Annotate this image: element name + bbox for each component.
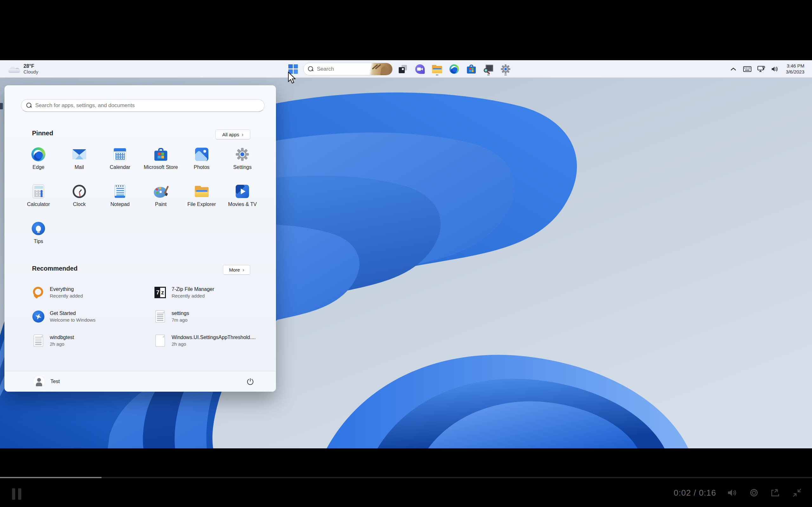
search-icon <box>26 103 32 108</box>
exit-fullscreen-button[interactable] <box>792 487 803 498</box>
orange-magnifier-icon <box>33 287 44 298</box>
recommended-item-everything[interactable]: Everything Recently added <box>24 280 146 304</box>
cloud-icon <box>8 65 20 73</box>
microsoft-store-button[interactable] <box>464 62 478 76</box>
pinned-app-calendar[interactable]: Calendar <box>100 143 141 180</box>
recommended-item-get-started[interactable]: Get Started Welcome to Windows <box>24 304 146 329</box>
pinned-app-notepad[interactable]: Notepad <box>100 180 141 217</box>
running-indicator <box>504 74 507 75</box>
settings-button[interactable] <box>499 62 513 76</box>
start-menu-user-bar: Test <box>5 371 275 391</box>
picture-in-picture-button[interactable] <box>770 487 781 498</box>
edge-button[interactable] <box>447 62 461 76</box>
microsoft-store-icon <box>467 65 476 73</box>
network-button[interactable] <box>756 63 767 75</box>
start-menu-search-input[interactable] <box>35 102 232 109</box>
pause-icon <box>12 488 15 500</box>
user-name[interactable]: Test <box>50 379 60 384</box>
calculator-icon <box>33 184 44 199</box>
edge-icon <box>32 147 45 161</box>
pinned-app-microsoft-store[interactable]: Microsoft Store <box>141 143 182 180</box>
recommended-item-windbgtest[interactable]: windbgtest 2h ago <box>24 329 146 353</box>
task-view-button[interactable] <box>396 62 410 76</box>
pause-button[interactable] <box>12 488 21 500</box>
tray-time: 3:46 PM <box>786 63 804 69</box>
text-document-icon <box>34 335 43 347</box>
power-button[interactable] <box>245 376 256 387</box>
more-label: More <box>229 267 240 273</box>
calendar-icon <box>113 148 126 161</box>
file-explorer-icon <box>432 65 442 73</box>
touch-keyboard-button[interactable] <box>742 63 753 75</box>
video-volume-button[interactable] <box>727 487 738 498</box>
video-progress-bar[interactable] <box>0 477 812 478</box>
gear-icon <box>749 488 759 498</box>
tray-chevron-button[interactable] <box>728 63 739 75</box>
taskbar-search-box[interactable] <box>303 63 393 75</box>
recommended-list: Everything Recently added 7 z 7-Zip File… <box>24 280 265 353</box>
pinned-app-settings[interactable]: Settings <box>222 143 263 180</box>
chat-button[interactable] <box>413 62 427 76</box>
more-button[interactable]: More › <box>223 265 250 275</box>
file-explorer-button[interactable] <box>430 62 444 76</box>
text-document-icon <box>155 311 165 323</box>
chevron-right-icon: › <box>242 268 244 273</box>
task-view-icon <box>399 65 407 73</box>
photos-icon <box>195 148 208 161</box>
weather-widget[interactable]: 28°F Cloudy <box>5 60 42 78</box>
pinned-app-tips[interactable]: Tips <box>18 217 59 254</box>
pinned-app-calculator[interactable]: Calculator <box>18 180 59 217</box>
pinned-app-file-explorer[interactable]: File Explorer <box>181 180 222 217</box>
edge-icon <box>450 64 459 74</box>
video-settings-button[interactable] <box>749 487 759 498</box>
pinned-apps-grid: Edge Mail Calendar Microsoft Store Photo <box>18 143 263 254</box>
video-player-stage: 28°F Cloudy <box>0 0 812 507</box>
7zip-icon: 7 z <box>154 287 166 298</box>
mouse-cursor <box>287 72 298 84</box>
shrink-icon <box>792 488 802 498</box>
tray-clock[interactable]: 3:46 PM 3/6/2023 <box>783 63 807 75</box>
recommended-item-7zip[interactable]: 7 z 7-Zip File Manager Recently added <box>146 280 267 304</box>
chevron-up-icon <box>730 67 736 71</box>
mail-icon <box>72 149 86 159</box>
pinned-app-mail[interactable]: Mail <box>59 143 100 180</box>
recommended-item-settings-file[interactable]: settings 7m ago <box>146 304 267 329</box>
debugger-tool-button[interactable] <box>481 62 496 76</box>
video-controls: 0:02 / 0:16 <box>674 487 803 498</box>
speaker-icon <box>771 66 779 72</box>
running-indicator <box>436 74 438 75</box>
magnifier-window-app-icon <box>484 65 493 73</box>
pinned-app-paint[interactable]: Paint <box>141 180 182 217</box>
recommended-section-title: Recommended <box>32 265 78 272</box>
microsoft-store-icon <box>154 148 167 161</box>
taskbar-search-input[interactable] <box>317 66 358 72</box>
pinned-app-movies-tv[interactable]: Movies & TV <box>222 180 263 217</box>
pinned-app-edge[interactable]: Edge <box>18 143 59 180</box>
search-icon <box>308 66 314 72</box>
chat-icon <box>415 64 425 74</box>
start-menu-search-box[interactable] <box>21 99 264 112</box>
keyboard-icon <box>743 66 751 72</box>
all-apps-button[interactable]: All apps › <box>215 130 250 139</box>
weather-condition: Cloudy <box>23 69 38 74</box>
weather-temperature: 28°F <box>23 63 38 69</box>
volume-button[interactable] <box>769 63 781 75</box>
user-avatar[interactable] <box>33 376 45 387</box>
gear-icon <box>235 147 249 161</box>
pinned-app-clock[interactable]: Clock <box>59 180 100 217</box>
desktop-screen: 28°F Cloudy <box>0 60 812 448</box>
pause-icon <box>18 488 21 500</box>
video-progress-played <box>0 477 101 478</box>
movies-tv-icon <box>236 185 249 198</box>
picture-in-picture-icon <box>770 488 780 497</box>
pinned-app-photos[interactable]: Photos <box>181 143 222 180</box>
all-apps-label: All apps <box>222 132 239 137</box>
ethernet-network-icon <box>757 66 765 72</box>
speaker-icon <box>727 488 738 497</box>
running-indicator <box>487 74 490 75</box>
desktop-icon-fragment <box>0 103 3 109</box>
clock-icon <box>72 185 86 198</box>
blank-document-icon <box>155 335 165 347</box>
recommended-item-settingsappthreshold[interactable]: Windows.UI.SettingsAppThreshold.... 2h a… <box>146 329 267 353</box>
search-highlight-image <box>369 63 392 75</box>
